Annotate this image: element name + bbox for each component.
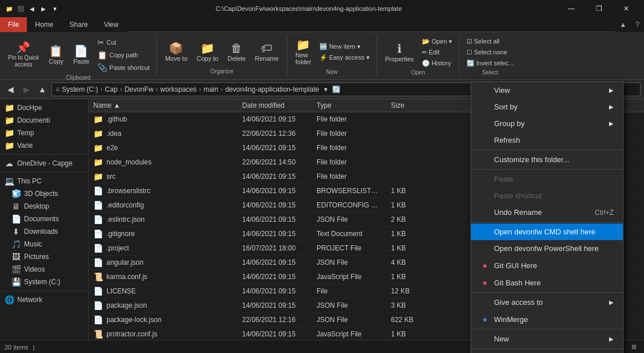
col-header-date[interactable]: Date modified (238, 99, 312, 112)
delete-button[interactable]: 🗑 Delete (224, 40, 249, 64)
file-type-cell: JavaScript File (312, 329, 386, 339)
submenu-arrow: ▶ (609, 120, 614, 127)
tab-share[interactable]: Share (61, 17, 96, 32)
easy-access-button[interactable]: ⚡ Easy access ▾ (317, 53, 372, 62)
copy-path-button[interactable]: 📋 Copy path (95, 49, 152, 61)
ctx-git-bash[interactable]: ● Git Bash Here (471, 274, 623, 291)
file-icon: 📄 (93, 258, 103, 267)
file-date-cell: 14/06/2021 09:15 (238, 229, 312, 239)
ctx-group-by[interactable]: Group by ▶ (471, 115, 623, 132)
forward-button[interactable]: ▶ (19, 83, 33, 96)
col-header-name[interactable]: Name ▲ (89, 99, 238, 112)
copy-button[interactable]: 📋 Copy (45, 43, 68, 67)
file-date-cell: 14/06/2021 09:15 (238, 300, 312, 311)
address-path[interactable]: ≡ System (C:) › Cap › DevonFw › workspac… (52, 83, 535, 96)
path-cap[interactable]: Cap (105, 85, 117, 93)
sidebar-item-music[interactable]: 🎵 Music (0, 238, 88, 250)
ctx-properties[interactable]: Properties (471, 350, 623, 353)
select-all-button[interactable]: ☑ Select all (464, 37, 516, 46)
open-button[interactable]: 📂 Open ▾ (420, 37, 455, 46)
ctx-undo-rename[interactable]: Undo Rename Ctrl+Z (471, 204, 623, 221)
ctx-customize[interactable]: Customize this folder... (471, 151, 623, 168)
open-group-label: Open (411, 69, 425, 76)
history-button[interactable]: 🕒 History (420, 58, 455, 68)
file-type-cell: PROJECT File (312, 243, 386, 253)
tab-file[interactable]: File (0, 17, 27, 32)
sidebar-item-desktop[interactable]: 🖥 Desktop (0, 200, 88, 213)
paste-button[interactable]: 📄 Paste (70, 43, 93, 67)
large-icons-button[interactable]: ⊞ (628, 342, 639, 353)
file-icon: 📁 (93, 172, 103, 181)
ribbon-content: 📌 Pin to Quickaccess 📋 Copy 📄 Paste ✂ Cu… (0, 32, 644, 79)
sidebar-item-videos[interactable]: 🎬 Videos (0, 263, 88, 276)
ctx-paste-shortcut[interactable]: Paste shortcut (471, 187, 623, 204)
winmerge-icon: ● (480, 315, 489, 324)
edit-button[interactable]: ✏ Edit (420, 48, 455, 57)
invert-select-button[interactable]: 🔄 Invert selec... (464, 58, 516, 68)
ctx-paste[interactable]: Paste (471, 171, 623, 187)
rename-button[interactable]: 🏷 Rename (251, 40, 282, 64)
sidebar-item-downloads[interactable]: ⬇ Downloads (0, 225, 88, 238)
cut-button[interactable]: ✂ Cut (95, 37, 152, 48)
col-header-type[interactable]: Type (312, 99, 386, 112)
sidebar-item-dochpe[interactable]: 📁 DocHpe (0, 101, 88, 114)
minimize-button[interactable]: — (558, 0, 584, 17)
sidebar-item-network[interactable]: 🌐 Network (0, 293, 88, 306)
path-template[interactable]: devon4ng-application-template (225, 85, 319, 93)
ctx-give-access[interactable]: Give access to ▶ (471, 294, 623, 311)
file-size-cell: 622 KB (386, 315, 432, 325)
paste-shortcut-button[interactable]: 📎 Paste shortcut (95, 62, 152, 73)
sidebar-item-onedrive[interactable]: ☁ OneDrive - Capge (0, 157, 88, 170)
path-system-c[interactable]: System (C:) (62, 85, 98, 93)
ctx-sort-by[interactable]: Sort by ▶ (471, 99, 623, 115)
copy-to-button[interactable]: 📁 Copy to (193, 40, 222, 64)
sidebar-item-pictures[interactable]: 🖼 Pictures (0, 250, 88, 263)
sidebar-item-this-pc[interactable]: 💻 This PC (0, 175, 88, 187)
ctx-view[interactable]: View ▶ (471, 82, 623, 99)
file-size-cell: 1 KB (386, 272, 432, 282)
sidebar-item-3d-objects[interactable]: 🧊 3D Objects (0, 187, 88, 200)
submenu-arrow: ▶ (609, 299, 614, 305)
col-header-size[interactable]: Size (386, 99, 432, 112)
ribbon-new-items: 📁 Newfolder 🆕 New item ▾ ⚡ Easy access ▾ (292, 37, 372, 68)
sidebar-item-varie[interactable]: 📁 Varie (0, 139, 88, 152)
pin-quick-access-button[interactable]: 📌 Pin to Quickaccess (5, 40, 42, 70)
up-button[interactable]: ▲ (35, 83, 49, 96)
path-workspaces[interactable]: workspaces (160, 85, 196, 93)
ctx-open-devonfw-cmd[interactable]: Open devonfw CMD shell here (471, 223, 623, 240)
move-to-button[interactable]: 📦 Move to (161, 40, 191, 64)
maximize-button[interactable]: ❐ (586, 0, 612, 17)
file-icon: 📁 (93, 158, 103, 167)
ctx-open-devonfw-ps[interactable]: Open devonfw PowerShell here (471, 240, 623, 257)
select-none-button[interactable]: ☐ Select none (464, 48, 516, 57)
close-button[interactable]: ✕ (613, 0, 639, 17)
window-controls[interactable]: — ❐ ✕ (558, 0, 639, 17)
back-button[interactable]: ◀ (3, 83, 17, 96)
ctx-refresh[interactable]: Refresh (471, 132, 623, 148)
file-date-cell: 14/06/2021 09:15 (238, 257, 312, 268)
file-date-cell: 14/06/2021 09:15 (238, 171, 312, 182)
file-type-cell: File folder (312, 171, 386, 182)
copy-icon: 📋 (49, 45, 63, 57)
file-type-cell: File folder (312, 157, 386, 167)
new-item-button[interactable]: 🆕 New item ▾ (317, 42, 372, 52)
cut-icon: ✂ (97, 38, 104, 47)
ctx-new[interactable]: New ▶ (471, 331, 623, 347)
ctx-winmerge[interactable]: ● WinMerge (471, 311, 623, 328)
ribbon-group-open: ℹ Properties 📂 Open ▾ ✏ Edit 🕒 History O… (377, 34, 460, 77)
file-name-cell: 📄 .eslintrc.json (89, 214, 238, 225)
path-devonfw[interactable]: DevonFw (124, 85, 153, 93)
tab-view[interactable]: View (96, 17, 127, 32)
sidebar-item-temp[interactable]: 📁 Temp (0, 127, 88, 139)
properties-button[interactable]: ℹ Properties (382, 41, 417, 65)
new-folder-button[interactable]: 📁 Newfolder (292, 37, 315, 68)
organize-group-label: Organize (210, 68, 234, 74)
ribbon-new-col: 🆕 New item ▾ ⚡ Easy access ▾ (317, 42, 372, 62)
sidebar-item-documents[interactable]: 📄 Documents (0, 213, 88, 225)
path-main[interactable]: main (203, 85, 218, 93)
sidebar-item-system-c[interactable]: 💾 System (C:) (0, 276, 88, 288)
file-size-cell: 1 KB (386, 229, 432, 239)
tab-home[interactable]: Home (27, 17, 61, 32)
sidebar-item-documenti[interactable]: 📁 Documenti (0, 114, 88, 127)
ctx-git-gui[interactable]: ● Git GUI Here (471, 257, 623, 274)
